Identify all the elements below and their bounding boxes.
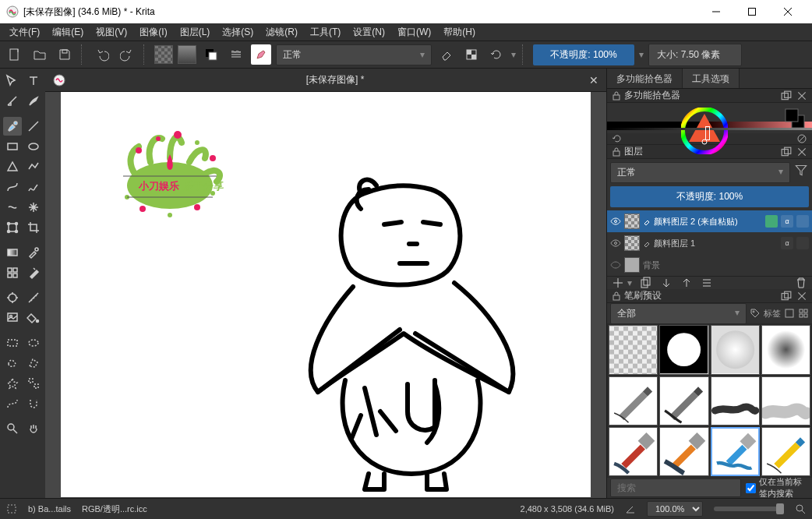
float-icon[interactable] [781,291,792,302]
filter-icon[interactable] [793,162,809,178]
polygon-tool[interactable] [3,157,22,176]
preset-brush-orange[interactable] [659,427,708,476]
brush-preset-button[interactable] [251,44,271,65]
lock-icon[interactable] [612,147,621,157]
brush-edit-button[interactable] [226,44,246,65]
shade-slider[interactable] [607,128,812,131]
zoom-select[interactable]: 100.0% [647,501,703,517]
close-docker-icon[interactable] [796,147,807,157]
poly-select-tool[interactable] [24,354,43,372]
color-picker-body[interactable] [607,103,812,122]
float-icon[interactable] [781,90,792,101]
preset-airbrush[interactable] [761,325,810,374]
bezier-tool[interactable] [3,178,22,196]
layer-opacity-slider[interactable]: 不透明度: 100% [610,186,809,207]
preset-search-checkbox[interactable] [746,483,756,493]
layer-row[interactable]: 颜料图层 1 α [607,232,812,254]
redo-button[interactable] [117,44,137,65]
blend-mode-select[interactable]: 正常▾ [276,44,432,65]
fill-tool[interactable] [24,309,43,327]
zoom-button-icon[interactable] [795,503,806,514]
selection-status-icon[interactable] [6,503,17,514]
text-tool[interactable] [24,72,43,90]
alpha-badge[interactable]: α [781,237,793,249]
color-wheel[interactable] [681,108,728,154]
preset-pencil-yellow[interactable] [761,427,810,476]
dynamic-brush-tool[interactable] [3,198,22,217]
layer-prop-badge[interactable] [796,237,809,249]
open-button[interactable] [30,44,50,65]
preset-eraser-checker[interactable] [609,325,658,374]
color-profile[interactable]: RGB/透明...rc.icc [82,503,147,515]
preset-charcoal[interactable] [711,376,760,425]
pattern-edit-tool[interactable] [3,263,22,282]
menu-help[interactable]: 帮助(H) [439,24,480,41]
alpha-lock-button[interactable] [461,44,482,65]
layer-blend-select[interactable]: 正常▾ [610,162,790,183]
magnetic-select-tool[interactable] [24,394,43,413]
smart-fill-tool[interactable] [24,263,43,282]
preset-smudge[interactable] [761,376,810,425]
eraser-toggle[interactable] [436,44,457,65]
gradient-tool[interactable] [3,243,22,262]
menu-filter[interactable]: 滤镜(R) [261,24,302,41]
reference-tool[interactable] [3,309,22,327]
fgbg-color-button[interactable] [201,44,221,65]
menu-window[interactable]: 窗口(W) [393,24,436,41]
transform-tool[interactable] [3,218,22,237]
freehand-select-tool[interactable] [3,354,22,372]
tag-icon[interactable] [750,308,761,319]
layer-row[interactable]: 颜料图层 2 (来自粘贴) α [607,210,812,232]
opacity-slider[interactable]: 不透明度: 100% [533,44,634,65]
menu-image[interactable]: 图像(I) [135,24,171,41]
contiguous-select-tool[interactable] [3,374,22,393]
preset-pencil-1[interactable] [609,376,658,425]
eye-icon[interactable] [610,238,621,249]
rect-select-tool[interactable] [3,334,22,352]
layer-prop-badge[interactable] [796,215,809,228]
new-doc-button[interactable] [5,44,25,65]
move-tool[interactable] [3,72,22,90]
duplicate-layer-icon[interactable] [640,277,652,289]
bezier-select-tool[interactable] [3,394,22,413]
maximize-button[interactable] [734,0,770,23]
save-button[interactable] [55,44,75,65]
menu-view[interactable]: 视图(V) [91,24,132,41]
gradient-swatch[interactable] [178,45,196,64]
similar-select-tool[interactable] [24,374,43,393]
view-mode-icon[interactable] [798,308,809,319]
move-up-icon[interactable] [680,277,693,289]
menu-edit[interactable]: 编辑(E) [48,24,88,41]
menu-file[interactable]: 文件(F) [5,24,44,41]
minimize-button[interactable] [698,0,734,23]
move-down-icon[interactable] [660,277,673,289]
eye-icon[interactable] [610,260,621,270]
block-icon[interactable] [796,133,807,144]
tab-color-picker[interactable]: 多功能拾色器 [607,69,683,88]
ellipse-tool[interactable] [24,137,43,156]
preset-search-checkbox-label[interactable]: 仅在当前标签内搜索 [746,476,809,500]
storage-icon[interactable] [784,308,795,319]
alpha-badge[interactable]: α [781,215,793,228]
refresh-icon[interactable] [612,133,623,144]
ellipse-select-tool[interactable] [24,334,43,352]
zoom-tool[interactable] [3,419,22,438]
close-docker-icon[interactable] [796,291,807,302]
delete-layer-icon[interactable] [795,277,807,289]
menu-layer[interactable]: 图层(L) [175,24,215,41]
assistant-tool[interactable] [3,288,22,307]
preset-brush-blue[interactable] [711,427,760,476]
rect-tool[interactable] [3,137,22,156]
calligraphy-tool[interactable] [24,92,43,111]
zoom-slider[interactable] [714,507,784,511]
lock-icon[interactable] [612,291,621,301]
crop-tool[interactable] [24,218,43,237]
freehand-path-tool[interactable] [24,178,43,196]
float-icon[interactable] [781,147,792,157]
line-tool[interactable] [24,117,43,136]
brush-tool[interactable] [3,117,22,136]
preset-search-input[interactable] [610,478,741,497]
menu-select[interactable]: 选择(S) [217,24,258,41]
close-docker-icon[interactable] [796,90,807,101]
reload-brush-button[interactable] [486,44,507,65]
